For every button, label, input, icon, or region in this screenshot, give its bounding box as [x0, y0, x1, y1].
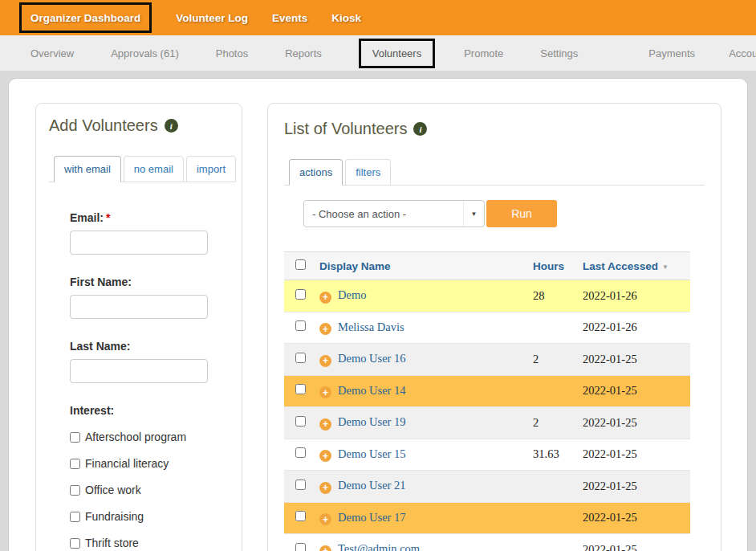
hours-cell: [528, 471, 578, 503]
row-checkbox[interactable]: [295, 480, 306, 490]
main-panel: Add Volunteers i with email no email imp…: [8, 78, 748, 551]
first-name-label: First Name:: [70, 276, 224, 288]
select-all-header: [284, 252, 315, 280]
last-accessed-header[interactable]: Last Accessed▼: [578, 252, 690, 280]
last-accessed-cell: 2022-01-25: [578, 344, 690, 376]
table-row: +Demo User 21 2022-01-25: [284, 471, 690, 503]
hours-cell: [528, 534, 578, 551]
expand-plus-icon[interactable]: +: [319, 418, 331, 431]
expand-plus-icon[interactable]: +: [319, 323, 331, 335]
nav-item-events[interactable]: Events: [272, 12, 307, 24]
last-name-label: Last Name:: [70, 340, 224, 353]
subnav-item-approvals[interactable]: Approvals (61): [111, 47, 179, 59]
subnav-item-promote[interactable]: Promote: [464, 47, 503, 59]
add-volunteer-form: Email:* First Name: Last Name: Interest:…: [70, 211, 224, 549]
last-name-field[interactable]: [70, 359, 208, 383]
expand-plus-icon[interactable]: +: [319, 386, 331, 398]
expand-plus-icon[interactable]: +: [319, 545, 331, 551]
display-name-header[interactable]: Display Name: [315, 252, 528, 280]
subnav-item-reports[interactable]: Reports: [285, 47, 322, 59]
interest-fundraising: Fundraising: [70, 510, 224, 523]
tab-import[interactable]: import: [186, 156, 236, 182]
volunteer-name-link[interactable]: Demo: [338, 288, 366, 301]
row-checkbox[interactable]: [295, 289, 306, 300]
tab-actions[interactable]: actions: [289, 159, 343, 186]
nav-item-kiosk[interactable]: Kiosk: [331, 12, 361, 24]
last-accessed-cell: 2022-01-25: [578, 407, 690, 439]
list-of-volunteers-title-text: List of Volunteers: [284, 120, 407, 138]
interest-office-work: Office work: [70, 484, 224, 496]
table-row: +Demo User 17 2022-01-25: [284, 502, 690, 534]
add-volunteers-title: Add Volunteers i: [49, 116, 229, 135]
info-icon[interactable]: i: [413, 122, 427, 136]
action-select-value: - Choose an action -: [312, 208, 406, 220]
hours-header[interactable]: Hours: [528, 252, 578, 280]
subnav-item-volunteers[interactable]: Volunteers: [372, 47, 421, 59]
interest-fundraising-checkbox[interactable]: [70, 512, 80, 522]
subnav-item-account[interactable]: Account: [729, 47, 756, 59]
last-accessed-cell: 2022-01-26: [578, 312, 690, 344]
select-all-checkbox[interactable]: [295, 259, 306, 270]
nav-item-organizer-dashboard[interactable]: Organizer Dashboard: [30, 12, 140, 24]
hours-cell: [528, 312, 578, 344]
nav-item-volunteer-log[interactable]: Volunteer Log: [176, 12, 248, 24]
email-label: Email:*: [70, 211, 224, 224]
volunteer-name-link[interactable]: Melissa Davis: [338, 320, 404, 333]
top-nav: Organizer Dashboard Volunteer Log Events…: [0, 0, 756, 35]
expand-plus-icon[interactable]: +: [319, 292, 331, 304]
expand-plus-icon[interactable]: +: [319, 450, 331, 462]
expand-plus-icon[interactable]: +: [319, 482, 331, 494]
tab-with-email[interactable]: with email: [54, 156, 121, 182]
list-tabs: actions filters: [284, 159, 705, 186]
chevron-down-icon: ▼: [463, 201, 484, 227]
row-checkbox[interactable]: [295, 320, 306, 331]
expand-plus-icon[interactable]: +: [319, 513, 331, 525]
volunteer-name-link[interactable]: Demo User 15: [338, 447, 406, 460]
add-volunteers-card: Add Volunteers i with email no email imp…: [35, 103, 242, 551]
row-checkbox[interactable]: [295, 416, 306, 427]
list-of-volunteers-title: List of Volunteers i: [284, 120, 705, 138]
action-row: - Choose an action - ▼ Run: [303, 200, 705, 227]
subnav-item-photos[interactable]: Photos: [216, 47, 248, 59]
sort-descending-icon: ▼: [662, 263, 669, 271]
volunteer-name-link[interactable]: Test@admin.com: [338, 542, 420, 551]
interest-thrift-store: Thrift store: [70, 537, 224, 549]
interest-afterschool-checkbox[interactable]: [70, 432, 80, 443]
subnav-item-overview[interactable]: Overview: [30, 47, 74, 59]
action-select[interactable]: - Choose an action - ▼: [303, 200, 485, 227]
volunteer-name-link[interactable]: Demo User 21: [338, 479, 406, 492]
interest-afterschool-program: Afterschool program: [70, 431, 224, 443]
row-checkbox[interactable]: [295, 353, 306, 363]
table-header-row: Display Name Hours Last Accessed▼: [284, 252, 690, 280]
run-button[interactable]: Run: [486, 200, 557, 227]
interest-financial-checkbox[interactable]: [70, 459, 80, 469]
info-icon[interactable]: i: [165, 119, 178, 133]
interest-office-checkbox[interactable]: [70, 485, 80, 496]
last-accessed-cell: 2022-01-25: [578, 375, 690, 407]
add-volunteers-title-text: Add Volunteers: [49, 116, 158, 135]
row-checkbox[interactable]: [295, 543, 306, 551]
hours-cell: 31.63: [528, 439, 578, 471]
expand-plus-icon[interactable]: +: [319, 355, 331, 367]
email-field[interactable]: [70, 231, 208, 255]
volunteer-name-link[interactable]: Demo User 17: [338, 511, 406, 524]
volunteer-name-link[interactable]: Demo User 19: [338, 415, 406, 428]
first-name-field[interactable]: [70, 295, 208, 319]
volunteer-name-link[interactable]: Demo User 16: [338, 352, 406, 365]
volunteer-name-link[interactable]: Demo User 14: [338, 384, 406, 397]
table-row: +Demo User 14 2022-01-25: [284, 375, 690, 407]
tab-filters[interactable]: filters: [345, 159, 391, 186]
table-row: +Demo User 16 2 2022-01-25: [284, 344, 690, 376]
hours-cell: 2: [528, 407, 578, 439]
subnav-item-settings[interactable]: Settings: [540, 47, 578, 59]
row-checkbox[interactable]: [295, 384, 306, 394]
subnav-item-payments[interactable]: Payments: [648, 47, 695, 59]
add-volunteers-tabs: with email no email import: [49, 156, 229, 182]
row-checkbox[interactable]: [295, 447, 306, 458]
tab-no-email[interactable]: no email: [124, 156, 184, 182]
interest-thrift-checkbox[interactable]: [70, 538, 80, 549]
table-row: +Melissa Davis 2022-01-26: [284, 312, 690, 344]
hours-cell: 2: [528, 344, 578, 376]
last-accessed-cell: 2022-01-26: [578, 280, 690, 312]
row-checkbox[interactable]: [295, 511, 306, 521]
